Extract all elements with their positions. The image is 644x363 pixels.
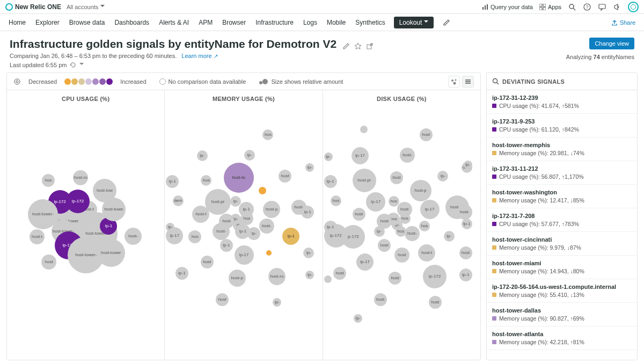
bubble-entity[interactable]: ip- [305,163,314,172]
bubble-entity[interactable]: ip- [444,231,455,242]
search-icon[interactable] [568,3,576,11]
bubble-entity[interactable] [324,275,332,283]
bubble-entity[interactable]: hos [419,221,430,231]
signal-row[interactable]: ip-172-31-7-208CPU usage (%): 57.677, ↑7… [487,208,637,232]
search-icon[interactable] [492,78,499,85]
share-button[interactable]: Share [611,19,635,26]
bubble-entity[interactable]: dem [173,195,184,206]
bubble-entity[interactable]: ip-1 [282,228,299,245]
nav-item-alerts-ai[interactable]: Alerts & AI [159,19,189,26]
bubble-entity[interactable]: host- [125,228,142,245]
bubble-entity[interactable]: hos [188,230,201,243]
query-data-link[interactable]: Query your data [482,4,533,10]
bubble-entity[interactable]: ip- [324,153,333,161]
refresh-icon[interactable] [70,62,76,68]
edit-nav-icon[interactable] [442,18,451,27]
bubble-entity[interactable] [360,126,368,133]
bubble-entity[interactable]: host-p [263,201,280,218]
learn-more-link[interactable]: Learn more [181,53,217,59]
bubble-entity[interactable]: host-tow [93,179,116,202]
bubble-entity[interactable]: host [389,272,401,285]
bubble-chart[interactable]: host-towhosthosthost-rohost-towerhost-th… [7,104,164,360]
bubble-entity[interactable]: host [279,170,291,183]
bubble-entity[interactable]: host- [405,226,420,241]
bubble-entity[interactable]: host-ro [268,268,286,285]
bubble-entity[interactable]: ip-1 [324,175,337,188]
bubble-entity[interactable]: hos [201,175,211,186]
nav-item-browser[interactable]: Browser [222,19,246,26]
bubble-entity[interactable]: host [216,293,229,306]
bubble-entity[interactable]: ip- [464,161,472,169]
nav-item-explorer[interactable]: Explorer [35,19,60,26]
nav-item-infrastructure[interactable]: Infrastructure [255,19,294,26]
signal-row[interactable]: host-tower-cincinnatiMemory usage (%): 9… [487,232,637,256]
bubble-entity[interactable]: host [420,128,433,141]
bubble-chart[interactable]: ip-hoshoshoshosthosthost-ip-hoshoshostip… [323,104,480,360]
bubble-entity[interactable]: ip-17 [352,147,369,164]
bubble-entity[interactable]: host-t [192,206,209,223]
bubble-entity[interactable]: host [201,256,214,268]
list-view-button[interactable] [462,76,474,88]
bubble-entity[interactable]: host-tower [97,239,125,267]
bubble-entity[interactable]: ip- [244,150,255,161]
bubble-entity[interactable]: host [374,293,387,306]
bubble-entity[interactable]: host [397,202,412,217]
signals-list[interactable]: ip-172-31-12-239CPU usage (%): 41.674, ↑… [487,90,637,360]
user-avatar[interactable] [628,2,639,12]
bubble-entity[interactable]: host-pr [353,169,376,192]
bubble-entity[interactable]: ip-1 [462,219,472,229]
bubble-entity[interactable]: host [459,246,472,259]
bubble-entity[interactable]: ip- [354,314,362,323]
bubble-entity[interactable]: hos [262,129,273,140]
signal-row[interactable]: host-tower-atlantaMemory usage (%): 42.2… [487,326,637,350]
nav-item-apm[interactable]: APM [199,19,213,26]
signal-row[interactable]: host-tower-dallasMemory usage (%): 90.82… [487,303,637,326]
bubble-entity[interactable]: ip-1 [324,221,337,234]
bubble-entity[interactable]: ip- [303,248,314,258]
bubble-entity[interactable]: host-t [418,244,435,262]
signal-row[interactable]: ip-172-31-12-239CPU usage (%): 41.674, ↑… [487,90,637,114]
bubble-entity[interactable]: host [353,208,365,221]
nav-item-mobile[interactable]: Mobile [327,19,346,26]
nav-lookout-active[interactable]: Lookout [394,17,434,28]
nav-item-logs[interactable]: Logs [303,19,317,26]
bubble-entity[interactable]: ip-1 [459,268,472,281]
bubble-entity[interactable]: host [378,239,391,252]
bubble-view-button[interactable] [448,76,460,88]
nav-item-synthetics[interactable]: Synthetics [355,19,385,26]
account-selector[interactable]: All accounts [67,3,105,10]
signal-row[interactable]: ip-172-20-56-164.us-west-1.compute.inter… [487,279,637,303]
favorite-icon[interactable] [354,42,362,50]
bubble-entity[interactable]: host [41,255,56,270]
bubble-entity[interactable]: host-ro [73,170,88,185]
bubble-entity[interactable]: host-p [229,270,246,287]
signal-row[interactable]: ip-172-31-11-212CPU usage (%): 56.807, ↑… [487,161,637,185]
bubble-entity[interactable]: hos [42,174,55,187]
change-view-button[interactable]: Change view [589,38,634,49]
bubble-entity[interactable]: host-t [30,229,45,244]
bubble-entity[interactable]: host [429,296,442,309]
bubble-entity[interactable]: ip- [273,298,281,307]
bubble-entity[interactable]: ip-17 [356,253,374,271]
bubble-entity[interactable]: hos [331,195,341,206]
bubble-entity[interactable]: host [390,171,403,184]
bubble-entity[interactable]: host-to [224,163,254,193]
help-icon[interactable]: ? [583,3,591,11]
bubble-entity[interactable]: ip-17 [235,245,254,265]
signal-row[interactable]: host-tower-washingtonMemory usage (%): 1… [487,185,637,208]
nav-item-home[interactable]: Home [9,19,26,26]
external-link-icon[interactable] [366,42,374,50]
brand-logo[interactable]: New Relic ONE [5,3,61,11]
bubble-entity[interactable]: ip- [437,171,448,182]
bubble-entity[interactable]: ip-1 [175,267,188,280]
bubble-entity[interactable]: host- [259,219,274,234]
bubble-entity[interactable]: host- [400,148,415,163]
signal-row[interactable]: host-tower-memphisMemory usage (%): 20.9… [487,137,637,161]
announce-icon[interactable] [613,3,621,11]
chevron-down-icon[interactable] [79,61,84,68]
nav-item-browse-data[interactable]: Browse data [69,19,105,26]
nav-item-dashboards[interactable]: Dashboards [114,19,149,26]
bubble-entity[interactable]: ip-1 [220,239,233,252]
bubble-entity[interactable]: ip-1 [239,202,254,217]
bubble-entity[interactable]: host- [457,205,472,220]
